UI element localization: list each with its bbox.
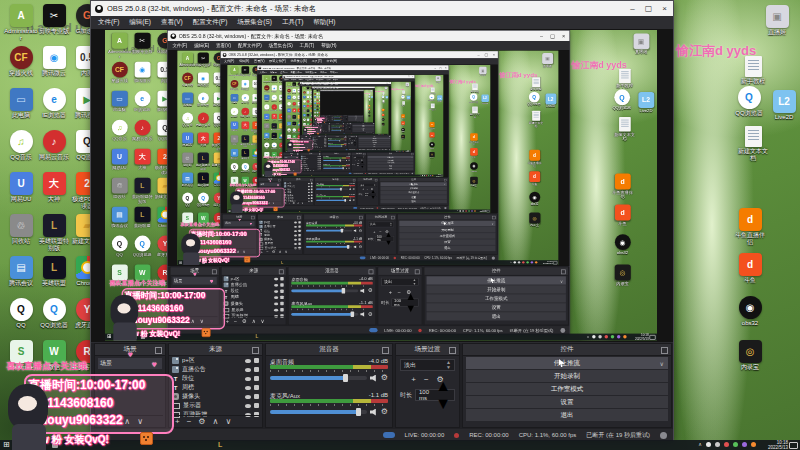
control-button-退出[interactable]: 退出 xyxy=(466,409,668,421)
desktop-icon-剪映专业版[interactable]: ✂剪映专业版 xyxy=(37,4,71,35)
desktop-icon-新建文本文档[interactable]: 新建文本文档 xyxy=(401,101,406,107)
desktop-icon-内录宝[interactable]: ◎内录宝 xyxy=(468,177,479,187)
lock-icon[interactable] xyxy=(254,394,259,399)
eye-icon[interactable] xyxy=(245,386,251,390)
tray-icon[interactable] xyxy=(471,210,473,212)
desktop-icon-英雄联盟特别版[interactable]: L英雄联盟特别版 xyxy=(131,178,154,204)
gear-icon[interactable]: ⚙ xyxy=(353,188,355,191)
obs-preview[interactable]: bac dua 愉江南d yyds AAdministrator✂剪映专业版GG… xyxy=(91,29,673,342)
desktop-icon-网易UU[interactable]: U网易UU xyxy=(229,121,240,131)
menu-场景集合(S)[interactable]: 场景集合(S) xyxy=(233,18,276,27)
lock-icon[interactable] xyxy=(311,197,313,199)
panel-menu-icon[interactable] xyxy=(375,179,377,181)
eye-icon[interactable] xyxy=(308,192,310,193)
gear-icon[interactable]: ⚙ xyxy=(381,374,388,382)
volume-slider[interactable] xyxy=(323,160,345,161)
menu-场景集合(S)[interactable]: 场景集合(S) xyxy=(289,59,309,63)
lock-icon[interactable] xyxy=(311,194,313,196)
desktop-icon-斗鱼[interactable]: d斗鱼 xyxy=(400,121,405,126)
desktop-icon-内录宝[interactable]: ◎内录宝 xyxy=(368,115,371,117)
desktop-icon-网易云音乐[interactable]: ♪网易云音乐 xyxy=(240,108,251,118)
sources-tool[interactable]: ∨ xyxy=(225,417,231,426)
maximize-button[interactable]: ▢ xyxy=(550,32,555,39)
desktop-icon-回收站[interactable]: ♲回收站 xyxy=(108,178,131,199)
desktop-icon-英雄联盟[interactable]: L英雄联盟 xyxy=(240,149,251,159)
menu-帮助(H)[interactable]: 帮助(H) xyxy=(325,59,339,63)
sources-tool[interactable]: ∨ xyxy=(261,317,265,323)
lock-icon[interactable] xyxy=(254,376,259,381)
desktop-icon-新建文本文档[interactable]: 新建文本文档 xyxy=(528,111,544,128)
desktop-icon-斗鱼直播伴侣[interactable]: d斗鱼直播伴侣 xyxy=(428,122,436,131)
tray-icon[interactable] xyxy=(428,175,429,176)
desktop-icon-网易云音乐[interactable]: ♪网易云音乐 xyxy=(37,130,71,161)
tray-icon[interactable] xyxy=(531,261,533,263)
menu-帮助(H)[interactable]: 帮助(H) xyxy=(309,18,339,27)
control-button-设置[interactable]: 设置 xyxy=(466,396,668,408)
panel-menu-icon[interactable] xyxy=(492,216,495,219)
menu-配置文件(P)[interactable]: 配置文件(P) xyxy=(235,42,264,48)
close-button[interactable]: × xyxy=(445,66,447,69)
lock-icon[interactable] xyxy=(280,308,283,311)
eye-icon[interactable] xyxy=(308,183,310,184)
desktop-icon-新建文本文档[interactable]: 新建文本文档 xyxy=(469,106,480,118)
desktop-icon-英雄联盟[interactable]: L英雄联盟 xyxy=(37,256,71,287)
desktop-icon-英雄联盟[interactable]: L英雄联盟 xyxy=(131,207,154,228)
control-button-设置[interactable]: 设置 xyxy=(427,303,566,311)
lock-icon[interactable] xyxy=(311,186,313,188)
gear-icon[interactable]: ⚙ xyxy=(353,199,355,202)
control-button-停止推流[interactable]: 停止推流∨ xyxy=(427,276,566,284)
maximize-button[interactable]: ▢ xyxy=(484,52,488,57)
eye-icon[interactable] xyxy=(245,404,251,408)
eye-icon[interactable] xyxy=(294,234,297,236)
desktop-icon-QQ[interactable]: QQQ xyxy=(229,163,240,173)
desktop-icon-穿越火线[interactable]: CF穿越火线 xyxy=(4,46,38,77)
menu-场景集合(S)[interactable]: 场景集合(S) xyxy=(304,71,318,74)
minimize-button[interactable]: – xyxy=(435,66,436,69)
eye-icon[interactable] xyxy=(308,189,310,190)
desktop-icon-网易云音乐[interactable]: ♪网易云音乐 xyxy=(131,120,154,141)
gear-icon[interactable]: ⚙ xyxy=(348,160,350,162)
gear-icon[interactable]: ⚙ xyxy=(348,167,350,169)
desktop-icon-回收站[interactable]: ♲回收站 xyxy=(229,135,240,145)
panel-menu-icon[interactable] xyxy=(445,179,447,181)
chevron-down-icon[interactable]: ∨ xyxy=(411,156,412,158)
desktop-icon-斗鱼直播伴侣[interactable]: d斗鱼直播伴侣 xyxy=(526,150,542,168)
obs-preview[interactable] xyxy=(320,92,363,115)
tray-icon[interactable] xyxy=(432,175,433,176)
eye-icon[interactable] xyxy=(308,198,310,199)
panel-menu-icon[interactable] xyxy=(310,179,312,181)
tray-icon[interactable] xyxy=(462,210,464,212)
desktop-icon-剪映专业版[interactable]: ✂剪映专业版 xyxy=(240,66,251,76)
eye-icon[interactable] xyxy=(245,359,251,363)
transitions-tool[interactable]: − xyxy=(424,375,429,384)
menu-场景集合(S)[interactable]: 场景集合(S) xyxy=(266,42,295,48)
desktop-icon-QQ[interactable]: QQQ xyxy=(4,298,38,329)
desktop-icon-Administrator[interactable]: AAdministrator xyxy=(179,53,195,71)
control-button-开始录制[interactable]: 开始录制 xyxy=(466,370,668,382)
sources-tool[interactable]: − xyxy=(234,317,237,323)
desktop-icon-QQ浏览器[interactable]: QQQ浏览器 xyxy=(610,89,633,110)
transitions-tool[interactable]: − xyxy=(367,188,369,191)
eye-icon[interactable] xyxy=(308,195,310,196)
lock-icon[interactable] xyxy=(298,234,300,236)
desktop-icon-新手教程[interactable]: 新手教程 xyxy=(429,88,437,95)
desktop-icon-英雄联盟特别版[interactable]: L英雄联盟特别版 xyxy=(240,135,251,147)
chevron-down-icon[interactable]: ∨ xyxy=(444,183,445,185)
transitions-tool[interactable]: + xyxy=(355,160,356,162)
desktop-icon-斗鱼直播伴侣[interactable]: d斗鱼直播伴侣 xyxy=(400,114,405,120)
tray-icon[interactable] xyxy=(706,442,711,447)
duration-spinbox[interactable]: 100 ms ▲▼ xyxy=(391,298,419,306)
lock-icon[interactable] xyxy=(280,277,283,280)
volume-slider[interactable] xyxy=(306,230,352,232)
tray-icon[interactable] xyxy=(715,442,720,447)
transitions-tool[interactable]: − xyxy=(397,289,400,295)
tray-icon[interactable] xyxy=(474,210,476,212)
lock-icon[interactable] xyxy=(254,403,259,408)
desktop-icon-QQ浏览器[interactable]: QQQ浏览器 xyxy=(131,236,154,257)
desktop-icon-QQ[interactable]: QQQ xyxy=(108,236,131,257)
menu-帮助(H)[interactable]: 帮助(H) xyxy=(318,42,339,48)
control-button-工作室模式[interactable]: 工作室模式 xyxy=(427,294,566,302)
eye-icon[interactable] xyxy=(294,239,297,241)
panel-menu-icon[interactable] xyxy=(353,179,355,181)
desktop-icon-Live2D[interactable]: L2Live2D xyxy=(436,95,443,102)
